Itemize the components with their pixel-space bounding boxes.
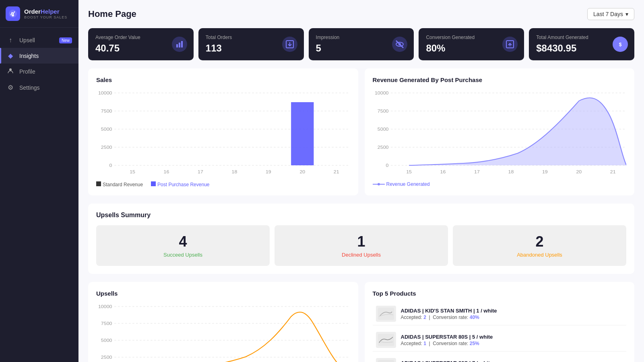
sales-chart-area: 10000 7500 5000 2500 0 15 16 17 18 19 20… [96, 89, 350, 177]
declined-value: 1 [283, 233, 440, 250]
svg-text:20: 20 [299, 169, 305, 174]
sidebar-nav: ↑ Upsell New ◆ Insights Profile ⚙ Settin… [0, 28, 78, 100]
product-info-0: ADIDAS | KID'S STAN SMITH | 1 / white Ac… [401, 308, 623, 320]
products-list: ADIDAS | KID'S STAN SMITH | 1 / white Ac… [373, 302, 627, 362]
revenue-chart-legend: Revenue Generated [373, 181, 627, 187]
svg-line-10 [396, 41, 403, 48]
upsells-chart-card: Upsells 10000 7500 5000 2500 0 15 16 17 [88, 282, 358, 362]
product-stats-0: Accepted: 2 | Conversion rate: 40% [401, 315, 623, 320]
svg-text:19: 19 [542, 169, 547, 174]
sidebar-item-label-upsell: Upsell [19, 37, 35, 43]
legend-revenue: Revenue Generated [373, 181, 430, 187]
product-item-2: ADIDAS | SUPERSTAR 80S | 7 / white Accep… [373, 355, 627, 362]
date-filter-label: Last 7 Days [593, 11, 623, 17]
declined-label: Declined Upsells [283, 252, 440, 258]
logo-icon [6, 6, 20, 21]
summary-card-succeed: 4 Succeed Upsells [96, 225, 270, 266]
svg-text:21: 21 [610, 169, 615, 174]
summary-card-abandoned: 2 Abandoned Upsells [453, 225, 626, 266]
upsells-summary-title: Upsells Summury [96, 212, 626, 219]
settings-icon: ⚙ [6, 84, 14, 91]
svg-point-1 [12, 14, 14, 16]
succeed-value: 4 [104, 233, 262, 250]
legend-standard: Standard Revenue [96, 181, 143, 187]
upsells-chart-title: Upsells [96, 290, 350, 297]
sidebar-item-label-insights: Insights [19, 53, 39, 59]
product-name-0: ADIDAS | KID'S STAN SMITH | 1 / white [401, 308, 623, 314]
svg-rect-32 [291, 102, 314, 165]
sidebar-item-label-settings: Settings [19, 84, 40, 91]
svg-rect-67 [378, 308, 394, 320]
logo: OrderHelper BOOST YOUR SALES [0, 0, 78, 28]
stat-label-1: Total Orders [206, 35, 297, 40]
svg-text:0: 0 [109, 163, 112, 168]
sidebar-item-label-profile: Profile [19, 68, 35, 75]
sidebar-item-profile[interactable]: Profile [0, 64, 78, 80]
top-products-title: Top 5 Products [373, 290, 627, 297]
logo-text: OrderHelper BOOST YOUR SALES [24, 8, 67, 20]
summary-cards: 4 Succeed Upsells 1 Declined Upsells 2 A… [96, 225, 626, 266]
svg-text:0: 0 [386, 163, 388, 168]
stat-card-conversion: Conversion Generated 80% [419, 28, 524, 60]
product-info-1: ADIDAS | SUPERSTAR 80S | 5 / white Accep… [401, 334, 623, 346]
stat-label-0: Average Order Value [95, 35, 186, 40]
svg-text:21: 21 [334, 169, 339, 174]
svg-text:5000: 5000 [101, 338, 112, 343]
chevron-down-icon: ▾ [625, 11, 628, 17]
svg-rect-69 [378, 360, 394, 362]
svg-text:18: 18 [232, 169, 237, 174]
sales-chart-legend: Standard Revenue Post Purchase Revenue [96, 181, 350, 187]
product-info-2: ADIDAS | SUPERSTAR 80S | 7 / white Accep… [401, 360, 623, 362]
stat-cards: Average Order Value 40.75 Total Orders 1… [88, 28, 634, 60]
date-filter-button[interactable]: Last 7 Days ▾ [587, 8, 634, 20]
stat-card-avg-order: Average Order Value 40.75 [88, 28, 194, 60]
svg-point-2 [9, 68, 12, 71]
svg-text:17: 17 [198, 169, 203, 174]
product-stats-1: Accepted: 1 | Conversion rate: 25% [401, 341, 623, 346]
eye-icon [392, 37, 407, 52]
svg-text:15: 15 [130, 169, 135, 174]
sidebar-item-insights[interactable]: ◆ Insights [0, 48, 78, 64]
revenue-chart-area: 10000 7500 5000 2500 0 15 16 17 18 19 20… [373, 89, 627, 177]
bar-chart-icon [172, 37, 187, 52]
abandoned-label: Abandoned Upsells [461, 252, 618, 258]
sidebar-item-settings[interactable]: ⚙ Settings [0, 80, 78, 95]
upsell-badge: New [59, 37, 72, 43]
sidebar: OrderHelper BOOST YOUR SALES ↑ Upsell Ne… [0, 0, 78, 362]
svg-text:20: 20 [576, 169, 582, 174]
svg-text:10000: 10000 [98, 304, 112, 309]
svg-text:10000: 10000 [374, 90, 388, 95]
product-item-1: ADIDAS | SUPERSTAR 80S | 5 / white Accep… [373, 329, 627, 352]
product-thumb-2 [376, 358, 396, 362]
svg-text:16: 16 [164, 169, 169, 174]
svg-text:2500: 2500 [101, 145, 112, 150]
svg-text:5000: 5000 [377, 127, 388, 132]
svg-rect-68 [378, 334, 394, 346]
stat-card-impression: Impression 5 [309, 28, 414, 60]
product-thumb-0 [376, 306, 396, 322]
svg-text:17: 17 [474, 169, 480, 174]
stat-card-total-orders: Total Orders 113 [198, 28, 304, 60]
product-item-0: ADIDAS | KID'S STAN SMITH | 1 / white Ac… [373, 302, 627, 325]
svg-text:2500: 2500 [101, 355, 112, 360]
profile-icon [6, 68, 14, 76]
upsell-icon: ↑ [6, 37, 14, 44]
svg-rect-3 [176, 44, 178, 47]
insights-icon: ◆ [6, 52, 14, 60]
top-products-card: Top 5 Products ADIDAS | KID'S STAN SMITH… [365, 282, 635, 362]
svg-rect-5 [181, 41, 183, 47]
stat-card-amount: Total Amount Generated $8430.95 $ [529, 28, 634, 60]
product-name-2: ADIDAS | SUPERSTAR 80S | 7 / white [401, 360, 623, 362]
svg-text:7500: 7500 [101, 321, 112, 326]
svg-text:16: 16 [440, 169, 446, 174]
legend-post-purchase: Post Purchase Revenue [151, 181, 209, 187]
sidebar-item-upsell[interactable]: ↑ Upsell New [0, 33, 78, 48]
main-content: Home Page Last 7 Days ▾ Average Order Va… [78, 0, 644, 362]
revenue-chart-title: Revenue Generated By Post Purchase [373, 76, 627, 83]
svg-text:$: $ [619, 42, 622, 47]
svg-text:15: 15 [406, 169, 412, 174]
svg-text:10000: 10000 [98, 90, 112, 95]
sales-chart-card: Sales 10000 7500 5000 2500 0 15 [88, 68, 358, 195]
upsells-summary-section: Upsells Summury 4 Succeed Upsells 1 Decl… [88, 204, 634, 274]
page-header: Home Page Last 7 Days ▾ [88, 8, 634, 20]
